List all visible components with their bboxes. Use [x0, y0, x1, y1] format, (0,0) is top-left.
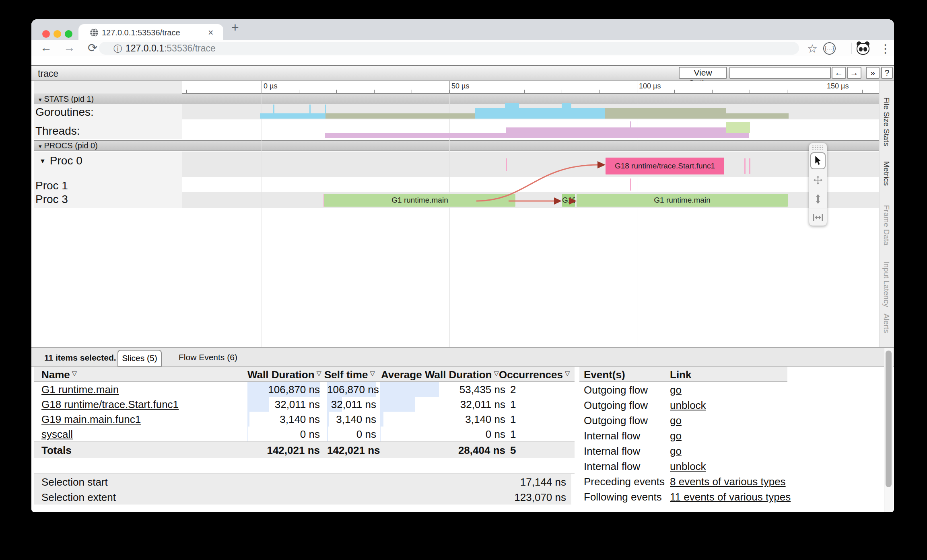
bookmark-star-icon[interactable]: ☆ [807, 42, 818, 55]
side-tab-alerts[interactable]: Alerts [882, 314, 891, 333]
tab-close-icon[interactable]: × [208, 27, 213, 38]
items-selected-label: 11 items selected. [44, 353, 116, 363]
procs-header-label: PROCS (pid 0) [44, 141, 98, 150]
side-tab-input-latency[interactable]: Input Latency [882, 261, 891, 307]
column-header-occurrences[interactable]: Occurrences▽ [499, 369, 570, 381]
event-link[interactable]: go [670, 414, 682, 427]
table-row: G18 runtime/trace.Start.func132,011 ns32… [34, 397, 575, 412]
timeline-gridline [262, 94, 262, 347]
ruler-major-tick [262, 81, 262, 94]
scrollbar-thumb[interactable] [886, 351, 892, 487]
analysis-panel: 11 items selected. Slices (5) Flow Event… [31, 348, 894, 512]
counter-bar [475, 108, 605, 119]
reload-icon[interactable]: ⟳ [88, 41, 97, 55]
timeline-slice[interactable]: G19 [562, 194, 575, 207]
address-bar[interactable]: ⓘ 127.0.0.1:53536/trace [99, 42, 799, 55]
palette-drag-handle[interactable] [812, 146, 824, 150]
counter-bar [726, 122, 750, 133]
back-icon[interactable]: ← [40, 41, 52, 54]
side-tab-file-size-stats[interactable]: File Size Stats [882, 97, 891, 146]
event-link[interactable]: 8 events of various types [670, 476, 786, 488]
column-header-average-wall-duration[interactable]: Average Wall Duration▽ [381, 369, 499, 381]
toolbar-divider [851, 43, 852, 54]
sort-icon: ▽ [72, 370, 77, 377]
event-type-label: Outgoing flow [584, 384, 648, 396]
event-link[interactable]: 11 events of various types [670, 491, 791, 503]
timeline-slice[interactable]: G18 runtime/trace.Start.func1 [606, 158, 724, 174]
timing-tool-button[interactable] [809, 209, 827, 227]
ruler-minor-tick [562, 90, 562, 93]
ruler-minor-tick [412, 90, 412, 93]
extension-panda-icon[interactable] [856, 41, 870, 55]
slice-name-link[interactable]: syscall [41, 428, 73, 441]
page-info-icon[interactable]: ⓘ [113, 43, 122, 55]
zoom-tool-button[interactable] [809, 190, 827, 208]
stats-section-header[interactable]: ▾STATS (pid 1) [34, 94, 879, 104]
browser-toolbar: ← → ⟳ ⓘ 127.0.0.1:53536/trace ☆ {…} ⋮ [31, 40, 894, 56]
side-tab-strip: File Size StatsMetricsFrame DataInput La… [880, 81, 894, 347]
sort-icon: ▽ [565, 370, 570, 377]
column-header-name[interactable]: Name▽ [41, 369, 77, 381]
event-link[interactable]: unblock [670, 399, 706, 412]
column-header-wall-duration[interactable]: Wall Duration▽ [247, 369, 321, 381]
selection-row: Selection start17,144 ns [34, 474, 571, 489]
slice-name-link[interactable]: G18 runtime/trace.Start.func1 [41, 398, 179, 411]
counter-bar [744, 158, 746, 174]
ruler-minor-tick [336, 90, 337, 93]
timeline-ruler[interactable]: 0 µs50 µs100 µs150 µs [182, 81, 879, 94]
tab-flow-events[interactable]: Flow Events (6) [179, 353, 237, 362]
proc0-row-label[interactable]: ▼Proc 0 [39, 154, 82, 167]
timeline-slice[interactable]: G1 runtime.main [324, 194, 515, 207]
wall-duration-value: 3,140 ns [247, 413, 320, 426]
extension-icon[interactable]: {…} [823, 42, 836, 55]
side-tab-frame-data[interactable]: Frame Data [882, 205, 891, 245]
procs-section-header[interactable]: ▾PROCS (pid 0) [34, 140, 879, 151]
tab-title: 127.0.0.1:53536/trace [102, 28, 180, 37]
minimize-window-button[interactable] [54, 30, 61, 38]
vertical-scrollbar[interactable] [884, 348, 893, 512]
selection-tool-button[interactable] [810, 152, 826, 169]
view-options-button[interactable]: View Options [679, 67, 727, 79]
column-header-self-time[interactable]: Self time▽ [324, 369, 375, 381]
event-row: Outgoing flowgo [579, 382, 787, 397]
selection-value: 17,144 ns [520, 476, 566, 488]
event-row: Following events11 events of various typ… [579, 489, 787, 504]
selection-row: Selection extent123,070 ns [34, 489, 571, 505]
timeline-slice[interactable]: G1 runtime.main [577, 194, 788, 207]
pan-left-button[interactable]: ← [832, 67, 846, 79]
zoom-vertical-icon [814, 194, 822, 204]
event-link[interactable]: unblock [670, 460, 706, 473]
new-tab-button[interactable]: + [231, 20, 239, 35]
side-tab-metrics[interactable]: Metrics [882, 161, 891, 186]
trace-search-input[interactable] [729, 67, 831, 79]
slice-name-link[interactable]: G19 main.main.func1 [41, 413, 141, 426]
pan-tool-button[interactable] [809, 171, 827, 189]
totals-row: Totals142,021 ns142,021 ns28,404 ns5 [34, 441, 575, 458]
event-link[interactable]: go [670, 445, 682, 457]
panda-eye [863, 47, 867, 51]
slice-name-link[interactable]: G1 runtime.main [41, 384, 119, 396]
ruler-tick-label: 150 µs [827, 82, 849, 90]
totals-wall-duration: 142,021 ns [247, 444, 320, 457]
url-path: :53536/trace [164, 43, 216, 53]
avg-wall-duration-value: 53,435 ns [380, 384, 505, 396]
event-link[interactable]: go [670, 384, 682, 396]
event-row: Preceding events8 events of various type… [579, 474, 787, 489]
event-link[interactable]: go [670, 430, 682, 442]
counter-bar [749, 158, 750, 174]
more-button[interactable]: » [866, 67, 880, 79]
tab-slices[interactable]: Slices (5) [117, 350, 162, 367]
zoom-window-button[interactable] [65, 30, 72, 38]
counter-bar [562, 103, 571, 108]
browser-tab[interactable]: 127.0.0.1:53536/trace × [78, 24, 223, 40]
close-window-button[interactable] [42, 30, 50, 38]
help-button[interactable]: ? [881, 67, 893, 79]
forward-icon[interactable]: → [64, 41, 75, 54]
tool-palette [809, 143, 827, 226]
totals-avg-wall-duration: 28,404 ns [380, 444, 505, 457]
pan-right-button[interactable]: → [847, 67, 861, 79]
counter-bar [605, 108, 726, 119]
url-text[interactable]: 127.0.0.1:53536/trace [126, 43, 216, 54]
browser-menu-icon[interactable]: ⋮ [880, 42, 891, 55]
wall-duration-value: 0 ns [247, 428, 320, 441]
